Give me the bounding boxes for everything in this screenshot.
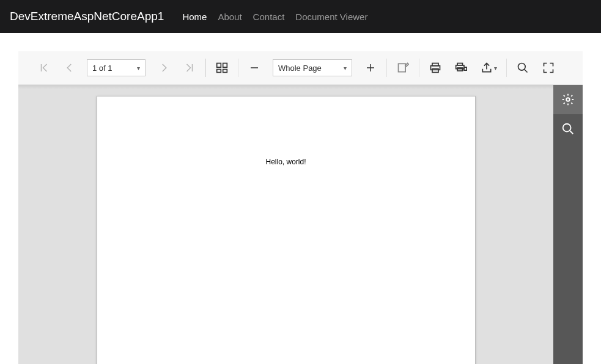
nav-link-home[interactable]: Home	[182, 12, 207, 22]
svg-rect-5	[223, 70, 227, 73]
caret-down-icon: ▾	[494, 65, 497, 71]
chevron-left-icon	[64, 62, 75, 73]
nav-link-contact[interactable]: Contact	[253, 12, 285, 22]
caret-down-icon: ▾	[137, 65, 140, 71]
fullscreen-icon	[542, 62, 555, 74]
last-page-button[interactable]	[177, 56, 202, 80]
printer-icon	[429, 62, 441, 74]
nav-link-about[interactable]: About	[218, 12, 242, 22]
separator	[238, 59, 238, 77]
search-icon	[517, 62, 529, 74]
fullscreen-button[interactable]	[536, 56, 561, 80]
multipage-toggle-button[interactable]	[210, 56, 234, 80]
chevron-right-icon	[158, 62, 169, 73]
document-viewer: 1 of 1 ▾ Whole Page ▾	[18, 51, 583, 364]
minus-icon	[249, 62, 260, 73]
svg-rect-4	[217, 70, 221, 73]
document-page[interactable]: Hello, world!	[97, 96, 476, 364]
search-icon	[561, 122, 575, 136]
export-icon	[481, 62, 493, 74]
svg-point-20	[566, 98, 570, 101]
caret-down-icon: ▾	[344, 65, 347, 71]
highlight-fields-button[interactable]	[391, 56, 415, 80]
last-page-icon	[184, 62, 195, 73]
viewer-toolbar: 1 of 1 ▾ Whole Page ▾	[18, 51, 583, 85]
svg-point-18	[518, 64, 526, 71]
page-indicator-text: 1 of 1	[92, 64, 112, 73]
shadow	[18, 85, 553, 89]
zoom-level-dropdown[interactable]: Whole Page ▾	[273, 59, 352, 76]
separator	[419, 59, 419, 77]
svg-point-21	[563, 124, 571, 132]
zoom-out-button[interactable]	[242, 56, 267, 80]
page-indicator-dropdown[interactable]: 1 of 1 ▾	[87, 59, 146, 76]
svg-line-22	[570, 131, 573, 134]
zoom-in-button[interactable]	[358, 56, 383, 80]
svg-line-19	[525, 70, 528, 73]
svg-rect-2	[217, 64, 221, 68]
printer-page-icon	[455, 62, 467, 74]
plus-icon	[365, 62, 376, 73]
svg-rect-9	[399, 64, 406, 71]
print-page-button[interactable]	[449, 56, 473, 80]
gear-icon	[561, 93, 575, 106]
zoom-level-text: Whole Page	[278, 64, 322, 73]
next-page-button[interactable]	[152, 56, 176, 80]
first-page-button[interactable]	[32, 56, 56, 80]
main-area: 1 of 1 ▾ Whole Page ▾	[0, 33, 601, 364]
prev-page-button[interactable]	[57, 56, 82, 80]
edit-icon	[397, 62, 409, 74]
print-button[interactable]	[423, 56, 448, 80]
nav-link-document-viewer[interactable]: Document Viewer	[295, 12, 367, 22]
side-panel-rail	[553, 85, 583, 364]
search-button[interactable]	[511, 56, 535, 80]
document-canvas[interactable]: Hello, world!	[18, 85, 553, 364]
settings-panel-button[interactable]	[553, 85, 583, 114]
separator	[205, 59, 206, 77]
first-page-icon	[39, 62, 50, 73]
svg-rect-16	[464, 67, 466, 70]
svg-rect-3	[223, 64, 227, 68]
brand-title: DevExtremeAspNetCoreApp1	[10, 10, 164, 23]
multipage-icon	[216, 62, 228, 74]
separator	[386, 59, 387, 77]
navbar: DevExtremeAspNetCoreApp1 Home About Cont…	[0, 0, 601, 33]
document-content-text: Hello, world!	[97, 158, 475, 166]
search-panel-button[interactable]	[553, 114, 583, 144]
export-button[interactable]: ▾	[474, 56, 503, 80]
separator	[506, 59, 507, 77]
